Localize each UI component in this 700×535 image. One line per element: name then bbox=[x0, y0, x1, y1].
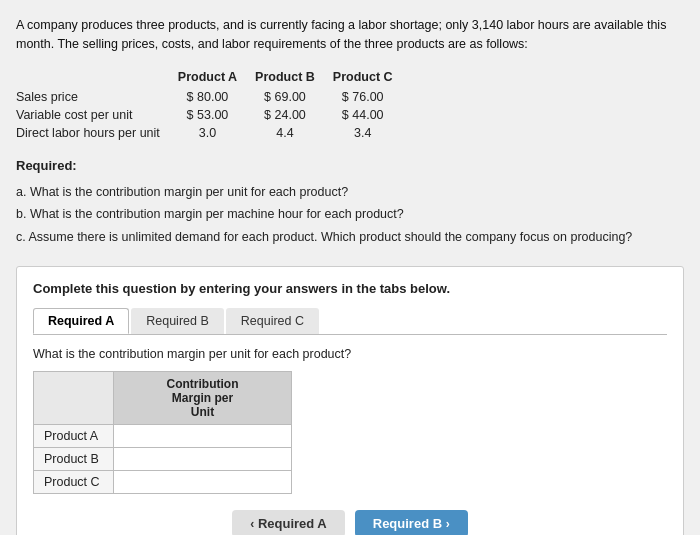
empty-header bbox=[34, 372, 114, 425]
row-label-sales: Sales price bbox=[16, 88, 178, 106]
next-button-label: Required B bbox=[373, 516, 442, 531]
table-row: Direct labor hours per unit 3.0 4.4 3.4 bbox=[16, 124, 411, 142]
contribution-header: ContributionMargin perUnit bbox=[114, 372, 292, 425]
product-a-input-cell[interactable] bbox=[114, 425, 292, 448]
questions-list: a. What is the contribution margin per u… bbox=[16, 181, 684, 249]
question-c: c. Assume there is unlimited demand for … bbox=[16, 226, 684, 249]
product-a-label: Product A bbox=[34, 425, 114, 448]
col-header-c: Product C bbox=[333, 68, 411, 88]
table-row: Variable cost per unit $ 53.00 $ 24.00 $… bbox=[16, 106, 411, 124]
contribution-row-b: Product B bbox=[34, 448, 292, 471]
tab-required-b[interactable]: Required B bbox=[131, 308, 224, 334]
product-b-input[interactable] bbox=[124, 452, 281, 466]
contribution-table: ContributionMargin perUnit Product A Pro… bbox=[33, 371, 292, 494]
sales-c: $ 76.00 bbox=[333, 88, 411, 106]
tab-required-c[interactable]: Required C bbox=[226, 308, 319, 334]
product-c-input-cell[interactable] bbox=[114, 471, 292, 494]
product-c-input[interactable] bbox=[124, 475, 281, 489]
intro-text: A company produces three products, and i… bbox=[16, 16, 684, 54]
sales-b: $ 69.00 bbox=[255, 88, 333, 106]
col-header-a: Product A bbox=[178, 68, 255, 88]
labor-b: 4.4 bbox=[255, 124, 333, 142]
prev-arrow-icon: ‹ bbox=[250, 517, 254, 531]
next-arrow-icon: › bbox=[446, 517, 450, 531]
product-b-label: Product B bbox=[34, 448, 114, 471]
nav-buttons: ‹ Required A Required B › bbox=[33, 510, 667, 535]
row-label-variable: Variable cost per unit bbox=[16, 106, 178, 124]
labor-a: 3.0 bbox=[178, 124, 255, 142]
contribution-row-a: Product A bbox=[34, 425, 292, 448]
tab-required-a[interactable]: Required A bbox=[33, 308, 129, 334]
product-b-input-cell[interactable] bbox=[114, 448, 292, 471]
card-instruction: Complete this question by entering your … bbox=[33, 281, 667, 296]
sales-a: $ 80.00 bbox=[178, 88, 255, 106]
required-label: Required: bbox=[16, 158, 684, 173]
next-button[interactable]: Required B › bbox=[355, 510, 468, 535]
variable-c: $ 44.00 bbox=[333, 106, 411, 124]
variable-b: $ 24.00 bbox=[255, 106, 333, 124]
row-label-labor: Direct labor hours per unit bbox=[16, 124, 178, 142]
col-header-b: Product B bbox=[255, 68, 333, 88]
product-c-label: Product C bbox=[34, 471, 114, 494]
product-a-input[interactable] bbox=[124, 429, 281, 443]
prev-button-label: Required A bbox=[258, 516, 327, 531]
variable-a: $ 53.00 bbox=[178, 106, 255, 124]
prev-button[interactable]: ‹ Required A bbox=[232, 510, 344, 535]
question-b: b. What is the contribution margin per m… bbox=[16, 203, 684, 226]
question-a: a. What is the contribution margin per u… bbox=[16, 181, 684, 204]
tab-question: What is the contribution margin per unit… bbox=[33, 347, 667, 361]
table-row: Sales price $ 80.00 $ 69.00 $ 76.00 bbox=[16, 88, 411, 106]
contribution-row-c: Product C bbox=[34, 471, 292, 494]
tabs-row: Required A Required B Required C bbox=[33, 308, 667, 335]
labor-c: 3.4 bbox=[333, 124, 411, 142]
product-data-table: Product A Product B Product C Sales pric… bbox=[16, 68, 411, 142]
answer-card: Complete this question by entering your … bbox=[16, 266, 684, 535]
